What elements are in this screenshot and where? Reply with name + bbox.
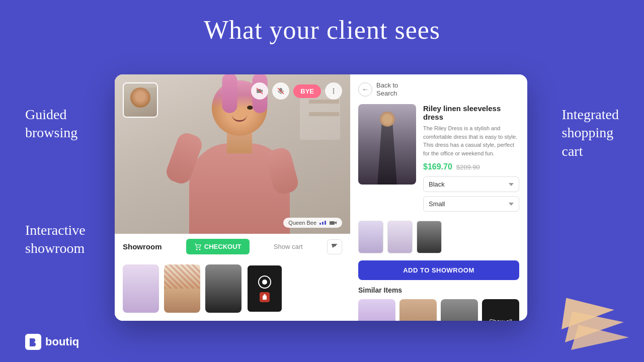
mic-off-button[interactable] — [272, 82, 289, 100]
guided-browsing-label: Guided browsing — [25, 106, 77, 142]
add-to-showroom-button[interactable]: ADD TO SHOWROOM — [358, 260, 519, 280]
product-name: Riley linen sleeveless dress — [423, 104, 519, 121]
svg-point-15 — [262, 280, 267, 285]
back-nav[interactable]: ← Back to Search — [350, 74, 527, 104]
showroom-bar: Showroom CHECKOUT Show cart — [115, 234, 350, 259]
svg-rect-11 — [330, 221, 335, 225]
left-panel: BYE Queen Bee — [115, 74, 350, 321]
variant-thumb-3[interactable] — [417, 221, 442, 253]
variant-thumbnails — [350, 216, 527, 258]
video-controls: BYE — [251, 82, 342, 100]
cart-toggle-button[interactable] — [327, 239, 342, 254]
price-current: $169.70 — [423, 162, 452, 171]
similar-items-grid: Show all — [358, 299, 519, 321]
checkout-button[interactable]: CHECKOUT — [186, 239, 250, 254]
svg-point-13 — [199, 248, 200, 250]
similar-section: Similar Items Show all — [350, 286, 527, 321]
showroom-item-4-selected[interactable] — [247, 264, 283, 313]
ui-mockup: BYE Queen Bee — [115, 74, 527, 321]
page-title: What your client sees — [0, 0, 644, 45]
camera-off-button[interactable] — [251, 82, 268, 100]
svg-point-8 — [333, 88, 334, 89]
boutiq-brand-name: boutiq — [45, 335, 79, 348]
interactive-showroom-label: Interactive showroom — [25, 221, 86, 258]
svg-point-9 — [333, 90, 334, 92]
right-panel: ← Back to Search Riley linen sleeveless … — [350, 74, 527, 321]
video-area: BYE Queen Bee — [115, 74, 350, 234]
bye-button[interactable]: BYE — [293, 84, 321, 98]
menu-button[interactable] — [325, 82, 342, 100]
svg-point-10 — [333, 93, 334, 94]
boutiq-icon — [25, 334, 41, 350]
variant-thumb-2[interactable] — [387, 221, 413, 253]
showroom-item-2[interactable] — [164, 264, 200, 313]
integrated-cart-label: Integrated shopping cart — [562, 106, 619, 160]
back-arrow-button[interactable]: ← — [358, 82, 372, 97]
presenter-badge: Queen Bee — [283, 218, 342, 228]
back-text: Back to Search — [376, 81, 398, 97]
showroom-items — [115, 259, 350, 321]
participant-thumbnail — [123, 82, 158, 118]
decorative-triangles — [548, 285, 629, 352]
price-original: $289.90 — [456, 163, 480, 171]
similar-item-1[interactable] — [358, 299, 395, 321]
variant-thumb-1[interactable] — [358, 221, 383, 253]
size-select[interactable]: Small — [423, 196, 519, 212]
price-row: $169.70 $289.90 — [423, 162, 519, 171]
showroom-item-1[interactable] — [123, 264, 159, 313]
product-description: The Riley Dress is a stylish and comfort… — [423, 124, 519, 157]
similar-items-title: Similar Items — [358, 286, 519, 294]
showroom-item-3[interactable] — [205, 264, 242, 313]
svg-point-12 — [196, 248, 197, 250]
product-section: Riley linen sleeveless dress The Riley D… — [350, 104, 527, 216]
similar-item-show-all[interactable]: Show all — [482, 299, 519, 321]
svg-rect-3 — [257, 89, 261, 93]
color-select[interactable]: Black — [423, 176, 519, 192]
boutiq-logo: boutiq — [25, 334, 79, 350]
product-info: Riley linen sleeveless dress The Riley D… — [423, 104, 519, 216]
show-cart-link[interactable]: Show cart — [274, 243, 303, 250]
showroom-label: Showroom — [123, 242, 162, 251]
product-main-image — [358, 104, 416, 185]
similar-item-3[interactable] — [441, 299, 478, 321]
similar-item-2[interactable] — [399, 299, 437, 321]
